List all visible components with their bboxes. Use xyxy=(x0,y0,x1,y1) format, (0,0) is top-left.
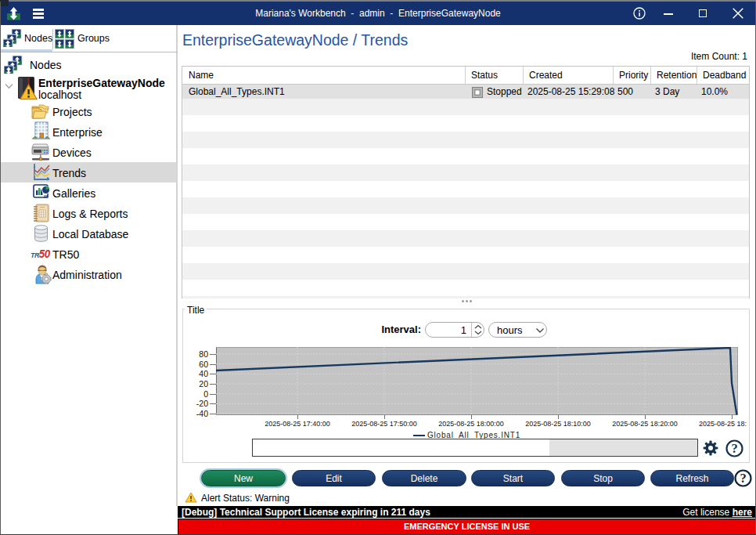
svg-text:?: ? xyxy=(740,471,746,486)
svg-text:?: ? xyxy=(731,441,737,456)
